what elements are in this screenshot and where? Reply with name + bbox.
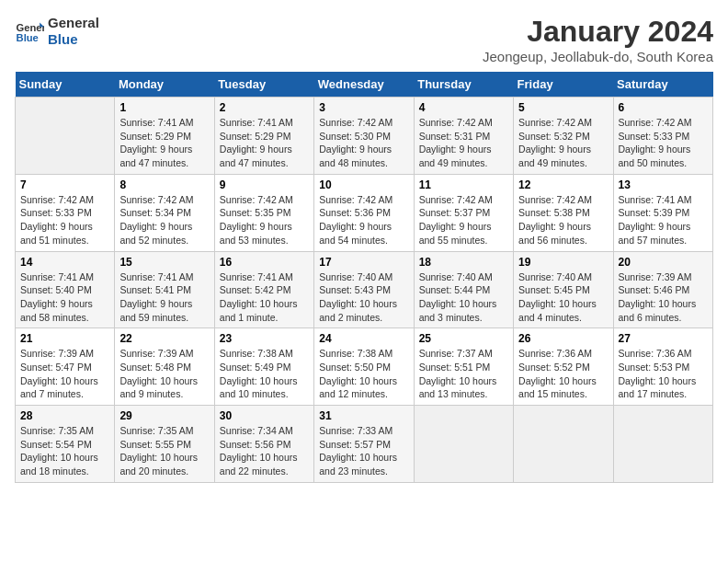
day-number: 23 (220, 332, 309, 345)
day-info: Sunrise: 7:40 AMSunset: 5:44 PMDaylight:… (419, 270, 508, 325)
calendar-cell: 6Sunrise: 7:42 AMSunset: 5:33 PMDaylight… (613, 98, 712, 175)
calendar-cell: 9Sunrise: 7:42 AMSunset: 5:35 PMDaylight… (214, 174, 313, 251)
col-header-friday: Friday (514, 72, 613, 98)
day-info: Sunrise: 7:36 AMSunset: 5:52 PMDaylight:… (518, 347, 608, 401)
day-number: 9 (220, 178, 309, 191)
week-row-3: 14Sunrise: 7:41 AMSunset: 5:40 PMDayligh… (16, 251, 713, 328)
day-number: 8 (119, 178, 209, 191)
calendar-cell: 3Sunrise: 7:42 AMSunset: 5:30 PMDaylight… (314, 98, 414, 175)
day-info: Sunrise: 7:39 AMSunset: 5:48 PMDaylight:… (119, 347, 209, 401)
day-number: 31 (319, 409, 408, 422)
day-number: 14 (20, 256, 109, 269)
week-row-4: 21Sunrise: 7:39 AMSunset: 5:47 PMDayligh… (16, 328, 713, 406)
logo-general: General (48, 15, 99, 31)
day-info: Sunrise: 7:42 AMSunset: 5:36 PMDaylight:… (319, 193, 408, 247)
week-row-1: 1Sunrise: 7:41 AMSunset: 5:29 PMDaylight… (16, 98, 713, 175)
day-number: 21 (20, 332, 109, 345)
calendar-cell: 28Sunrise: 7:35 AMSunset: 5:54 PMDayligh… (16, 406, 115, 483)
calendar-cell: 31Sunrise: 7:33 AMSunset: 5:57 PMDayligh… (314, 406, 414, 483)
day-info: Sunrise: 7:41 AMSunset: 5:29 PMDaylight:… (119, 116, 209, 170)
day-number: 16 (220, 256, 309, 269)
day-number: 24 (319, 332, 408, 345)
title-block: January 2024 Jeongeup, Jeollabuk-do, Sou… (483, 15, 713, 64)
calendar-cell: 10Sunrise: 7:42 AMSunset: 5:36 PMDayligh… (314, 174, 414, 251)
calendar-cell: 29Sunrise: 7:35 AMSunset: 5:55 PMDayligh… (115, 406, 214, 483)
day-info: Sunrise: 7:40 AMSunset: 5:45 PMDaylight:… (518, 270, 608, 325)
calendar-cell: 4Sunrise: 7:42 AMSunset: 5:31 PMDaylight… (414, 98, 513, 175)
day-info: Sunrise: 7:39 AMSunset: 5:46 PMDaylight:… (619, 270, 708, 325)
day-number: 28 (20, 409, 109, 422)
calendar-cell: 12Sunrise: 7:42 AMSunset: 5:38 PMDayligh… (514, 174, 613, 251)
calendar-cell: 23Sunrise: 7:38 AMSunset: 5:49 PMDayligh… (214, 328, 313, 406)
col-header-saturday: Saturday (613, 72, 712, 98)
day-number: 11 (419, 178, 508, 191)
day-number: 12 (518, 178, 608, 191)
day-info: Sunrise: 7:37 AMSunset: 5:51 PMDaylight:… (419, 347, 508, 401)
calendar-cell: 13Sunrise: 7:41 AMSunset: 5:39 PMDayligh… (613, 174, 712, 251)
calendar-title: January 2024 (483, 15, 713, 49)
day-number: 5 (518, 101, 608, 114)
calendar-cell: 27Sunrise: 7:36 AMSunset: 5:53 PMDayligh… (613, 328, 712, 406)
day-info: Sunrise: 7:41 AMSunset: 5:29 PMDaylight:… (220, 116, 309, 170)
day-info: Sunrise: 7:42 AMSunset: 5:34 PMDaylight:… (119, 193, 209, 247)
col-header-wednesday: Wednesday (314, 72, 414, 98)
calendar-cell: 16Sunrise: 7:41 AMSunset: 5:42 PMDayligh… (214, 251, 313, 328)
day-number: 17 (319, 256, 408, 269)
day-info: Sunrise: 7:36 AMSunset: 5:53 PMDaylight:… (619, 347, 708, 401)
day-number: 19 (518, 256, 608, 269)
day-number: 1 (119, 101, 209, 114)
day-number: 2 (220, 101, 309, 114)
day-info: Sunrise: 7:42 AMSunset: 5:33 PMDaylight:… (20, 193, 109, 247)
day-info: Sunrise: 7:39 AMSunset: 5:47 PMDaylight:… (20, 347, 109, 401)
day-info: Sunrise: 7:42 AMSunset: 5:37 PMDaylight:… (419, 193, 508, 247)
day-number: 27 (619, 332, 708, 345)
logo-icon: General Blue (15, 17, 44, 46)
calendar-cell: 19Sunrise: 7:40 AMSunset: 5:45 PMDayligh… (514, 251, 613, 328)
calendar-cell: 25Sunrise: 7:37 AMSunset: 5:51 PMDayligh… (414, 328, 513, 406)
week-row-5: 28Sunrise: 7:35 AMSunset: 5:54 PMDayligh… (16, 406, 713, 483)
calendar-cell: 11Sunrise: 7:42 AMSunset: 5:37 PMDayligh… (414, 174, 513, 251)
day-info: Sunrise: 7:38 AMSunset: 5:49 PMDaylight:… (220, 347, 309, 401)
day-info: Sunrise: 7:41 AMSunset: 5:39 PMDaylight:… (619, 193, 708, 247)
calendar-cell: 18Sunrise: 7:40 AMSunset: 5:44 PMDayligh… (414, 251, 513, 328)
day-info: Sunrise: 7:33 AMSunset: 5:57 PMDaylight:… (319, 424, 408, 478)
day-number: 3 (319, 101, 408, 114)
calendar-cell: 17Sunrise: 7:40 AMSunset: 5:43 PMDayligh… (314, 251, 414, 328)
day-info: Sunrise: 7:40 AMSunset: 5:43 PMDaylight:… (319, 270, 408, 325)
day-info: Sunrise: 7:38 AMSunset: 5:50 PMDaylight:… (319, 347, 408, 401)
day-info: Sunrise: 7:35 AMSunset: 5:55 PMDaylight:… (119, 424, 209, 478)
col-header-sunday: Sunday (16, 72, 115, 98)
day-number: 26 (518, 332, 608, 345)
calendar-subtitle: Jeongeup, Jeollabuk-do, South Korea (483, 49, 713, 64)
calendar-cell (414, 406, 513, 483)
day-info: Sunrise: 7:34 AMSunset: 5:56 PMDaylight:… (220, 424, 309, 478)
calendar-cell: 20Sunrise: 7:39 AMSunset: 5:46 PMDayligh… (613, 251, 712, 328)
day-number: 6 (619, 101, 708, 114)
day-number: 4 (419, 101, 508, 114)
day-info: Sunrise: 7:42 AMSunset: 5:35 PMDaylight:… (220, 193, 309, 247)
calendar-cell: 8Sunrise: 7:42 AMSunset: 5:34 PMDaylight… (115, 174, 214, 251)
day-info: Sunrise: 7:41 AMSunset: 5:41 PMDaylight:… (119, 270, 209, 325)
day-number: 29 (119, 409, 209, 422)
calendar-cell: 14Sunrise: 7:41 AMSunset: 5:40 PMDayligh… (16, 251, 115, 328)
calendar-cell (514, 406, 613, 483)
day-info: Sunrise: 7:42 AMSunset: 5:30 PMDaylight:… (319, 116, 408, 170)
day-number: 13 (619, 178, 708, 191)
page-header: General Blue General Blue January 2024 J… (15, 15, 713, 64)
col-header-tuesday: Tuesday (214, 72, 313, 98)
logo: General Blue General Blue (15, 15, 99, 48)
day-number: 10 (319, 178, 408, 191)
day-number: 22 (119, 332, 209, 345)
day-number: 30 (220, 409, 309, 422)
calendar-cell: 21Sunrise: 7:39 AMSunset: 5:47 PMDayligh… (16, 328, 115, 406)
calendar-cell: 2Sunrise: 7:41 AMSunset: 5:29 PMDaylight… (214, 98, 313, 175)
week-row-2: 7Sunrise: 7:42 AMSunset: 5:33 PMDaylight… (16, 174, 713, 251)
calendar-cell (613, 406, 712, 483)
day-info: Sunrise: 7:42 AMSunset: 5:38 PMDaylight:… (518, 193, 608, 247)
col-header-thursday: Thursday (414, 72, 513, 98)
day-number: 25 (419, 332, 508, 345)
day-info: Sunrise: 7:35 AMSunset: 5:54 PMDaylight:… (20, 424, 109, 478)
calendar-cell: 7Sunrise: 7:42 AMSunset: 5:33 PMDaylight… (16, 174, 115, 251)
calendar-cell: 5Sunrise: 7:42 AMSunset: 5:32 PMDaylight… (514, 98, 613, 175)
col-header-monday: Monday (115, 72, 214, 98)
